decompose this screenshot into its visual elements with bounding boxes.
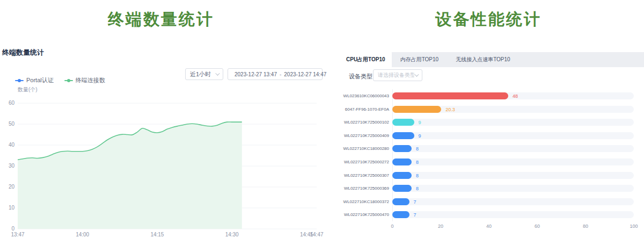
- bar-category-label: WL022710K725000102: [340, 120, 389, 125]
- device-type-select[interactable]: 请选择设备类型: [373, 69, 422, 81]
- bar-track: [392, 119, 634, 126]
- bar: [392, 211, 409, 218]
- y-tick-label: 40: [9, 142, 15, 148]
- y-tick-label: 20: [9, 184, 15, 190]
- bar: [392, 132, 414, 139]
- y-tick-label: 10: [9, 205, 15, 211]
- device-type-label: 设备类型: [349, 73, 372, 81]
- chevron-down-icon: [215, 71, 219, 75]
- bar-track: [392, 132, 634, 139]
- bar-track: [392, 185, 634, 192]
- bar-category-label: WL022710KC18000372: [340, 199, 389, 204]
- bar-category-label: WL022710KC18000280: [340, 146, 389, 151]
- x-tick-label: 14:47: [310, 232, 323, 237]
- bar: [392, 172, 412, 179]
- bar-x-tick-label: 0: [391, 224, 393, 229]
- terminal-panel-title: 终端数量统计: [2, 48, 44, 57]
- date-range-picker[interactable]: 2023-12-27 13:47 - 2023-12-27 14:47: [228, 68, 323, 80]
- bar: [392, 198, 409, 205]
- bar-category-label: WL022710K725000470: [340, 212, 389, 217]
- legend-marker-portal-icon: [15, 78, 24, 83]
- time-range-select[interactable]: 近1小时: [185, 68, 223, 80]
- bar: [392, 106, 441, 113]
- bar-x-tick-label: 100: [630, 224, 638, 229]
- bar-category-label: WL022710K725000369: [340, 186, 389, 191]
- bar-value-label: 9: [419, 120, 421, 125]
- legend-label-portal: Portal认证: [26, 76, 54, 84]
- date-range-end: 2023-12-27 14:47: [284, 71, 326, 77]
- time-range-value: 近1小时: [190, 70, 211, 78]
- bar-category-label: WL022710K725000272: [340, 160, 389, 164]
- bar-category-label: 6047-FF96-1070-EF0A: [340, 107, 389, 112]
- bar: [392, 145, 412, 152]
- tab-cpu-top10[interactable]: CPU占用TOP10: [340, 52, 392, 67]
- bar-value-label: 20.3: [445, 107, 455, 112]
- bar-row: WL022710KC180002808: [340, 145, 644, 152]
- device-type-placeholder: 请选择设备类型: [378, 71, 414, 79]
- bar: [392, 92, 508, 99]
- bar-x-tick-label: 40: [486, 224, 492, 229]
- dashboard: 终端数量统计 终端数量统计 近1小时 2023-12-27 13:47 - 20…: [0, 0, 644, 245]
- y-tick-label: 0: [11, 226, 14, 232]
- bar-track: [392, 172, 634, 179]
- bar-track: [392, 198, 634, 205]
- bar-row: WL022710K7250001029: [340, 119, 644, 126]
- y-tick-label: 60: [9, 100, 15, 106]
- bar-track: [392, 106, 634, 113]
- date-range-start: 2023-12-27 13:47: [235, 71, 277, 77]
- tab-memory-top10[interactable]: 内存占用TOP10: [392, 52, 448, 67]
- bar-value-label: 7: [414, 199, 416, 205]
- bar-value-label: 8: [416, 173, 419, 178]
- bar-category-label: WL022710K725000307: [340, 173, 389, 178]
- bar-track: [392, 211, 634, 218]
- x-tick-label: 13:47: [11, 232, 24, 237]
- bar-row: WL022710K7250003078: [340, 172, 644, 179]
- bar-value-label: 8: [416, 186, 419, 191]
- cpu-top10-bar-chart: 占用率(%) WL023610KC06000043486047-FF96-107…: [340, 86, 644, 245]
- bar-track: [392, 158, 634, 165]
- bar-row: WL022710K7250002728: [340, 158, 644, 165]
- bar-category-label: WL023610KC06000043: [340, 93, 389, 98]
- chevron-down-icon: [414, 72, 419, 76]
- tab-wireless-rate-top10[interactable]: 无线接入点速率TOP10: [447, 52, 519, 67]
- bar-track: [392, 145, 634, 152]
- bar-row: WL022710K7250004099: [340, 132, 644, 139]
- right-section-title: 设备性能统计: [333, 9, 644, 31]
- bar: [392, 119, 414, 126]
- legend-label-terminal: 终端连接数: [76, 76, 105, 84]
- bar-x-tick-label: 60: [535, 224, 540, 229]
- bar: [392, 158, 412, 165]
- bar-value-label: 8: [416, 146, 419, 152]
- legend-item-portal[interactable]: Portal认证: [15, 76, 54, 84]
- bar-value-label: 48: [513, 93, 518, 99]
- legend-marker-terminal-icon: [64, 78, 73, 83]
- date-range-separator: -: [280, 71, 281, 77]
- bar-x-tick-label: 20: [438, 224, 443, 229]
- terminal-line-chart: 010203040506013:4714:0014:1514:3014:4514…: [0, 91, 327, 245]
- series-area-终端连接数: [18, 122, 242, 229]
- x-tick-label: 14:15: [150, 232, 164, 237]
- legend-item-terminal-connections[interactable]: 终端连接数: [64, 76, 105, 84]
- y-tick-label: 50: [9, 121, 15, 127]
- y-tick-label: 30: [9, 163, 15, 169]
- bar-row: WL023610KC0600004348: [340, 92, 644, 99]
- bar-value-label: 9: [419, 133, 421, 139]
- bar: [392, 185, 412, 192]
- left-section-title: 终端数量统计: [0, 9, 322, 31]
- x-tick-label: 14:00: [76, 232, 89, 237]
- bar-x-tick-label: 80: [583, 224, 588, 229]
- bar-row: 6047-FF96-1070-EF0A20.3: [340, 106, 644, 113]
- chart-legend: Portal认证 终端连接数: [15, 76, 105, 84]
- bar-row: WL022710K7250003698: [340, 185, 644, 192]
- tab-bar: CPU占用TOP10 内存占用TOP10 无线接入点速率TOP10: [340, 52, 644, 67]
- bar-row: WL022710K7250004707: [340, 211, 644, 218]
- bar-value-label: 8: [416, 160, 419, 165]
- bar-category-label: WL022710K725000409: [340, 133, 389, 138]
- bar-row: WL022710KC180003727: [340, 198, 644, 205]
- x-tick-label: 14:30: [225, 232, 239, 237]
- bar-value-label: 7: [414, 212, 416, 218]
